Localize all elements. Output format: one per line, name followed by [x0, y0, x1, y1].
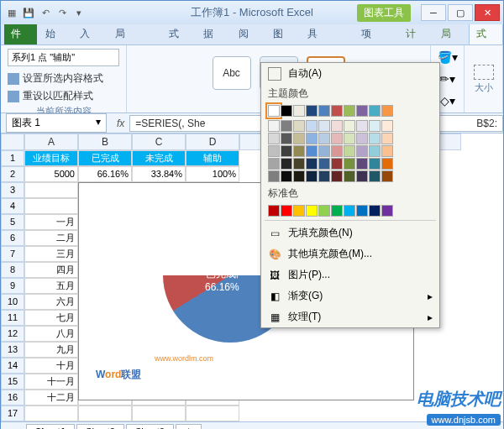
minimize-button[interactable]: ─ — [421, 4, 446, 21]
selection-dropdown[interactable]: 系列1 点 "辅助" — [8, 49, 119, 66]
fill-auto[interactable]: 自动(A) — [261, 63, 439, 84]
no-fill[interactable]: ▭无填充颜色(N) — [261, 222, 439, 243]
color-swatch[interactable] — [306, 158, 318, 170]
row-hdr[interactable]: 6 — [1, 230, 24, 246]
cell[interactable]: 100% — [186, 166, 239, 182]
color-swatch[interactable] — [356, 170, 368, 182]
color-swatch[interactable] — [318, 120, 330, 132]
fill-texture[interactable]: ▦纹理(T)▸ — [261, 306, 439, 327]
sheet-tab-1[interactable]: Sheet1 — [26, 424, 75, 429]
row-hdr[interactable]: 11 — [1, 310, 24, 326]
row-hdr[interactable]: 13 — [1, 342, 24, 358]
color-swatch[interactable] — [331, 145, 343, 157]
size-icon[interactable] — [474, 65, 494, 80]
color-swatch[interactable] — [306, 133, 318, 144]
color-swatch[interactable] — [331, 133, 343, 144]
row-hdr[interactable]: 3 — [1, 182, 24, 198]
color-swatch[interactable] — [318, 105, 330, 117]
color-swatch[interactable] — [356, 158, 368, 170]
color-swatch[interactable] — [331, 205, 343, 217]
cell[interactable]: 二月 — [24, 230, 78, 246]
color-swatch[interactable] — [344, 120, 355, 132]
undo-icon[interactable]: ↶ — [38, 5, 53, 20]
maximize-button[interactable]: ▢ — [448, 4, 473, 21]
color-swatch[interactable] — [293, 158, 305, 170]
color-swatch[interactable] — [369, 158, 381, 170]
sheet-tab-2[interactable]: Sheet2 — [76, 424, 124, 429]
qat-more-icon[interactable]: ▾ — [71, 5, 87, 20]
cell[interactable]: 辅助 — [186, 150, 239, 166]
cell[interactable]: 六月 — [24, 294, 78, 310]
color-swatch[interactable] — [293, 133, 305, 144]
color-swatch[interactable] — [331, 120, 343, 132]
cell[interactable]: 十月 — [24, 358, 78, 374]
more-colors[interactable]: 🎨其他填充颜色(M)... — [261, 243, 439, 264]
save-icon[interactable]: 💾 — [21, 5, 36, 20]
cell[interactable] — [24, 405, 78, 421]
fill-gradient[interactable]: ◧渐变(G)▸ — [261, 285, 439, 306]
color-swatch[interactable] — [293, 205, 305, 217]
row-hdr[interactable]: 9 — [1, 278, 24, 294]
select-all-corner[interactable] — [1, 133, 24, 150]
color-swatch[interactable] — [344, 170, 355, 182]
color-swatch[interactable] — [268, 145, 280, 157]
name-box[interactable]: 图表 1▾ — [6, 113, 107, 133]
row-hdr[interactable]: 14 — [1, 358, 24, 374]
cell[interactable]: 一月 — [24, 214, 78, 230]
col-a[interactable]: A — [24, 133, 78, 150]
cell[interactable] — [24, 198, 78, 214]
cell[interactable] — [186, 405, 239, 421]
format-selection-button[interactable]: 设置所选内容格式 — [8, 70, 119, 87]
color-swatch[interactable] — [306, 145, 318, 157]
color-swatch[interactable] — [281, 158, 292, 170]
color-swatch[interactable] — [318, 158, 330, 170]
color-swatch[interactable] — [306, 170, 318, 182]
color-swatch[interactable] — [318, 170, 330, 182]
color-swatch[interactable] — [331, 170, 343, 182]
cell[interactable]: 三月 — [24, 246, 78, 262]
shape-outline-button[interactable]: ✏▾ — [438, 71, 458, 87]
color-swatch[interactable] — [369, 170, 381, 182]
fill-picture[interactable]: 🖼图片(P)... — [261, 264, 439, 285]
cell[interactable]: 九月 — [24, 342, 78, 358]
color-swatch[interactable] — [293, 105, 305, 117]
color-swatch[interactable] — [381, 120, 393, 132]
color-swatch[interactable] — [369, 120, 381, 132]
color-swatch[interactable] — [293, 120, 305, 132]
color-swatch[interactable] — [369, 145, 381, 157]
cell[interactable] — [78, 405, 132, 421]
col-d[interactable]: D — [186, 133, 239, 150]
color-swatch[interactable] — [344, 158, 355, 170]
row-hdr[interactable]: 4 — [1, 198, 24, 214]
cell[interactable]: 66.16% — [78, 166, 132, 182]
cell[interactable]: 业绩目标 — [24, 150, 78, 166]
color-swatch[interactable] — [306, 205, 318, 217]
color-swatch[interactable] — [369, 105, 381, 117]
color-swatch[interactable] — [281, 120, 292, 132]
fx-icon[interactable]: fx — [112, 118, 129, 129]
cell[interactable]: 八月 — [24, 326, 78, 342]
color-swatch[interactable] — [268, 133, 280, 144]
color-swatch[interactable] — [381, 170, 393, 182]
cell[interactable] — [24, 182, 78, 198]
color-swatch[interactable] — [281, 133, 292, 144]
color-swatch[interactable] — [331, 105, 343, 117]
row-hdr[interactable]: 10 — [1, 294, 24, 310]
color-swatch[interactable] — [381, 145, 393, 157]
row-hdr[interactable]: 17 — [1, 405, 24, 421]
col-c[interactable]: C — [132, 133, 186, 150]
color-swatch[interactable] — [281, 205, 292, 217]
color-swatch[interactable] — [381, 133, 393, 144]
color-swatch[interactable] — [344, 145, 355, 157]
color-swatch[interactable] — [381, 158, 393, 170]
color-swatch[interactable] — [356, 120, 368, 132]
row-hdr[interactable]: 12 — [1, 326, 24, 342]
row-hdr[interactable]: 1 — [1, 150, 24, 166]
color-swatch[interactable] — [281, 105, 292, 117]
shape-effects-button[interactable]: ◇▾ — [438, 92, 458, 109]
color-swatch[interactable] — [381, 205, 393, 217]
color-swatch[interactable] — [268, 205, 280, 217]
color-swatch[interactable] — [281, 170, 292, 182]
cell[interactable]: 5000 — [24, 166, 78, 182]
cell[interactable] — [132, 405, 186, 421]
